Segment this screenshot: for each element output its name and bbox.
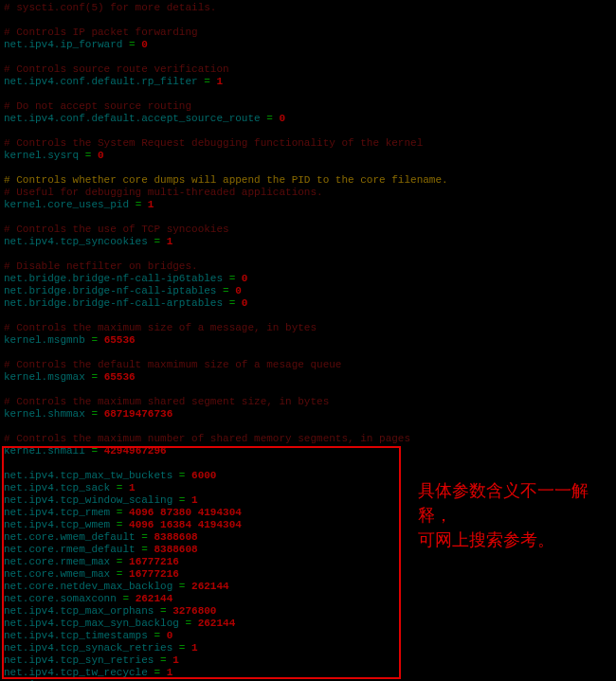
terminal-line: [4, 125, 612, 137]
terminal-line: net.bridge.bridge-nf-call-arptables = 0: [4, 297, 612, 310]
terminal-line: # Controls the maximum number of shared …: [4, 433, 612, 445]
terminal-line: net.ipv4.tcp_timestamps = 0: [4, 630, 612, 642]
annotation-text: 具体参数含义不一一解释， 可网上搜索参考。: [418, 478, 616, 552]
terminal-line: # Controls the use of TCP syncookies: [4, 224, 612, 236]
terminal-line: # Disable netfilter on bridges.: [4, 260, 612, 273]
terminal-line: # Controls the default maxmimum size of …: [4, 359, 612, 371]
terminal-line: # Controls the maximum size of a message…: [4, 322, 612, 334]
terminal-line: [4, 421, 612, 433]
terminal-line: kernel.shmall = 4294967296: [4, 445, 612, 457]
terminal-line: kernel.core_uses_pid = 1: [4, 199, 612, 211]
terminal-line: net.ipv4.ip_forward = 0: [4, 39, 612, 51]
terminal-line: # Controls IP packet forwarding: [4, 27, 612, 39]
terminal-line: net.ipv4.tcp_synack_retries = 1: [4, 642, 612, 654]
terminal-line: kernel.sysrq = 0: [4, 150, 612, 162]
terminal-line: [4, 14, 612, 27]
terminal-line: [4, 88, 612, 100]
terminal-line: net.core.wmem_max = 16777216: [4, 568, 612, 581]
terminal-line: [4, 211, 612, 224]
terminal-line: kernel.msgmax = 65536: [4, 371, 612, 384]
terminal-line: [4, 384, 612, 396]
terminal-line: # Controls whether core dumps will appen…: [4, 174, 612, 187]
terminal-line: net.ipv4.tcp_max_orphans = 3276800: [4, 605, 612, 618]
terminal-line: net.core.netdev_max_backlog = 262144: [4, 581, 612, 593]
terminal-line: net.ipv4.tcp_tw_recycle = 1: [4, 667, 612, 679]
terminal-line: net.ipv4.conf.default.accept_source_rout…: [4, 113, 612, 125]
terminal-line: # Useful for debugging multi-threaded ap…: [4, 187, 612, 199]
terminal-line: [4, 457, 612, 470]
terminal-line: # Controls source route verification: [4, 63, 612, 76]
terminal-line: [4, 162, 612, 174]
terminal-line: kernel.msgmnb = 65536: [4, 334, 612, 347]
terminal-line: # syscti.conf(5) for more details.: [4, 2, 612, 14]
terminal-line: # Controls the maximum shared segment si…: [4, 396, 612, 408]
terminal-output: # syscti.conf(5) for more details. # Con…: [0, 0, 616, 681]
annotation-line-2: 可网上搜索参考。: [418, 530, 554, 549]
terminal-line: net.ipv4.conf.default.rp_filter = 1: [4, 76, 612, 88]
terminal-line: net.bridge.bridge-nf-call-ip6tables = 0: [4, 273, 612, 285]
terminal-line: # Controls the System Request debugging …: [4, 137, 612, 150]
terminal-line: net.ipv4.tcp_max_syn_backlog = 262144: [4, 618, 612, 630]
terminal-line: net.core.somaxconn = 262144: [4, 593, 612, 605]
terminal-line: [4, 347, 612, 359]
terminal-line: net.ipv4.tcp_syncookies = 1: [4, 236, 612, 248]
terminal-line: [4, 51, 612, 63]
terminal-line: net.bridge.bridge-nf-call-iptables = 0: [4, 285, 612, 297]
annotation-line-1: 具体参数含义不一一解释，: [418, 481, 589, 525]
terminal-line: [4, 248, 612, 260]
terminal-line: net.core.rmem_max = 16777216: [4, 556, 612, 568]
terminal-line: kernel.shmmax = 68719476736: [4, 408, 612, 421]
terminal-line: # Do not accept source routing: [4, 100, 612, 113]
terminal-line: [4, 310, 612, 322]
terminal-line: net.ipv4.tcp_syn_retries = 1: [4, 654, 612, 667]
